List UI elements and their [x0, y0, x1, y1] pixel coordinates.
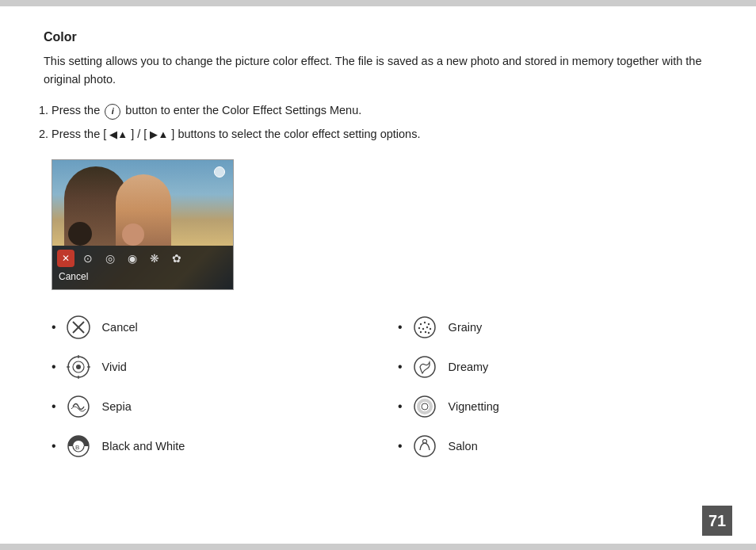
step-1: Press the i button to enter the Color Ef…	[52, 100, 712, 120]
list-item: Cancel	[52, 307, 366, 347]
svg-point-22	[419, 330, 421, 332]
vivid-label-text: Vivid	[102, 361, 127, 373]
svg-point-5	[76, 365, 81, 369]
page-number: 71	[702, 506, 732, 536]
cancel-label-text: Cancel	[102, 321, 138, 334]
bw-label-text: Black and White	[102, 440, 185, 453]
svg-point-28	[422, 403, 428, 410]
vignetting-label-text: Vignetting	[449, 400, 499, 413]
list-item: Vivid	[52, 347, 366, 387]
toolbar-cancel-icon: ✕	[57, 250, 74, 267]
section-title: Color	[44, 30, 712, 44]
step1-suffix: button to enter the Color Effect Setting…	[125, 104, 361, 116]
step-2: Press the [ ◀▲ ] / [ ▶▲ ] buttons to sel…	[52, 124, 712, 144]
list-item: Vignetting	[398, 387, 712, 426]
svg-point-27	[418, 400, 431, 413]
dreamy-label-text: Dreamy	[449, 361, 489, 373]
bw-icon: B	[64, 432, 93, 460]
info-icon: i	[105, 104, 120, 120]
svg-point-24	[427, 331, 429, 333]
items-right: Grainy Dreamy	[398, 307, 712, 466]
svg-text:B: B	[75, 444, 79, 451]
list-item: Grainy	[398, 307, 712, 347]
svg-point-20	[426, 326, 427, 327]
bottom-bar	[0, 544, 756, 550]
top-bar	[0, 0, 756, 6]
list-item: B Black and White	[52, 426, 366, 466]
svg-point-14	[414, 317, 435, 338]
toolbar-sepia-icon: ◎	[101, 250, 119, 267]
svg-point-17	[427, 323, 429, 324]
description: This setting allows you to change the pi…	[44, 52, 712, 89]
toolbar-bw-icon: ◉	[124, 250, 141, 267]
list-item: Sepia	[52, 387, 366, 426]
list-item: Salon	[398, 426, 712, 466]
sepia-icon	[64, 392, 93, 421]
steps-list: Press the i button to enter the Color Ef…	[44, 100, 712, 144]
toolbar-icons: ✕ ⊙ ◎ ◉ ❋ ✿	[52, 246, 233, 269]
grainy-icon	[410, 313, 439, 342]
salon-icon	[410, 432, 439, 460]
page-content: Color This setting allows you to change …	[0, 6, 756, 482]
cancel-icon	[64, 313, 93, 342]
svg-point-18	[418, 327, 419, 328]
items-left: Cancel Vivid	[52, 307, 366, 466]
vivid-icon	[64, 353, 93, 381]
vignetting-icon	[410, 392, 439, 421]
svg-point-23	[424, 330, 426, 332]
step1-prefix: Press the	[52, 104, 100, 116]
camera-screenshot: ✕ ⊙ ◎ ◉ ❋ ✿ Cancel	[52, 159, 712, 290]
svg-point-16	[423, 321, 425, 323]
toolbar-vivid-icon: ⊙	[79, 250, 97, 267]
svg-point-19	[422, 327, 423, 329]
cancel-label: Cancel	[52, 269, 233, 284]
svg-point-25	[414, 357, 435, 377]
toolbar-grainy-icon: ❋	[146, 250, 163, 267]
svg-point-21	[429, 327, 430, 329]
dreamy-icon	[410, 353, 439, 381]
salon-label-text: Salon	[449, 440, 478, 453]
list-item: Dreamy	[398, 347, 712, 387]
items-grid: Cancel Vivid	[52, 307, 712, 466]
toolbar-dreamy-icon: ✿	[168, 250, 185, 267]
svg-point-15	[419, 323, 421, 324]
camera-toolbar: ✕ ⊙ ◎ ◉ ❋ ✿ Cancel	[52, 246, 233, 289]
camera-image: ✕ ⊙ ◎ ◉ ❋ ✿ Cancel	[52, 159, 234, 290]
sepia-label-text: Sepia	[102, 400, 132, 413]
grainy-label-text: Grainy	[449, 321, 483, 334]
